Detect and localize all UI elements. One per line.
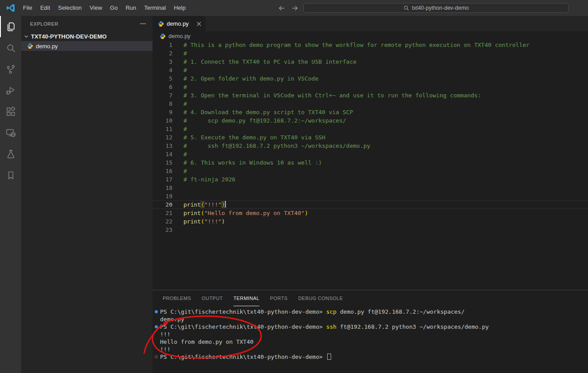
code-line[interactable]: 19 (153, 192, 588, 200)
terminal-output[interactable]: PS C:\git\fischertechnik\txt40-python-de… (153, 306, 588, 361)
token-c: # ssh ft@192.168.7.2 python3 ~/workspace… (183, 142, 370, 149)
code-line[interactable]: 22print("!!!") (153, 217, 588, 226)
menu-run[interactable]: Run (122, 0, 140, 16)
panel-tab-output[interactable]: OUTPUT (202, 290, 223, 306)
panel-tab-debug-console[interactable]: DEBUG CONSOLE (298, 290, 343, 306)
activity-bar-item-explorer[interactable] (0, 16, 21, 37)
back-button[interactable] (278, 4, 285, 12)
panel-tab-bar: PROBLEMSOUTPUTTERMINALPORTSDEBUG CONSOLE (153, 290, 588, 306)
line-number: 18 (153, 184, 172, 192)
more-actions-icon[interactable] (140, 20, 146, 27)
code-line[interactable]: 21print("Hello from demo.py on TXT40") (153, 209, 588, 217)
panel-tab-problems[interactable]: PROBLEMS (163, 290, 191, 306)
code-line[interactable]: 20print("!!!") (153, 200, 588, 209)
code-line[interactable]: 3# 1. Connect the TXT40 to PC via the US… (153, 58, 588, 66)
terminal-plain-text: PS C:\git\fischertechnik\txt40-python-de… (160, 354, 326, 360)
code-line[interactable]: 1# This is a python demo program to show… (153, 41, 588, 49)
activity-bar-item-extensions[interactable] (0, 101, 21, 122)
activity-bar-item-remote-explorer[interactable] (0, 122, 21, 143)
vscode-window: { "title_bar": { "menus": ["File", "Edit… (0, 0, 588, 373)
menu-go[interactable]: Go (106, 0, 122, 16)
token-c: # (183, 126, 187, 132)
token-b: ( (201, 218, 204, 225)
folder-item-root[interactable]: TXT40-PYTHON-DEV-DEMO (21, 31, 153, 41)
code-line[interactable]: 11# (153, 125, 588, 133)
code-text: # (183, 167, 187, 175)
menu-view[interactable]: View (86, 0, 106, 16)
token-c: # (183, 100, 187, 107)
python-icon (27, 43, 33, 49)
code-text: # 1. Connect the TXT40 to PC via the USB… (183, 58, 356, 66)
code-line[interactable]: 15# 6. This works in Windows 10 as well … (153, 158, 588, 167)
code-line[interactable]: 14# (153, 150, 588, 158)
code-line[interactable]: 16# (153, 167, 588, 175)
code-line[interactable]: 10# scp demo.py ft@192.168.7.2:~/workspa… (153, 116, 588, 125)
menu-help[interactable]: Help (170, 0, 190, 16)
terminal-plain-text: PS C:\git\fischertechnik\txt40-python-de… (160, 308, 326, 315)
panel-tab-ports[interactable]: PORTS (270, 290, 288, 306)
activity-bar-item-search[interactable] (0, 37, 21, 58)
activity-bar-item-testing[interactable] (0, 143, 21, 165)
editor-cursor (225, 201, 226, 208)
terminal-plain-text: PS C:\git\fischertechnik\txt40-python-de… (160, 323, 326, 330)
files-icon (5, 21, 16, 32)
activity-bar-item-source-control[interactable] (0, 58, 21, 80)
terminal-plain-text: !!! (160, 331, 170, 338)
search-value: txt40-python-dev-demo (412, 5, 469, 11)
code-line[interactable]: 9# 4. Download the demo.py script to TXT… (153, 108, 588, 116)
line-number: 7 (153, 91, 172, 100)
code-text: # (183, 83, 187, 91)
code-text: # 5. Execute the demo.py on TXT40 via SS… (183, 133, 325, 142)
code-line[interactable]: 17# ft-ninja 2026 (153, 175, 588, 184)
terminal-line: PS C:\git\fischertechnik\txt40-python-de… (153, 308, 588, 315)
activity-bar-item-bookmarks[interactable] (0, 165, 21, 186)
line-number: 17 (153, 175, 172, 184)
code-line[interactable]: 12# 5. Execute the demo.py on TXT40 via … (153, 133, 588, 142)
python-icon (160, 33, 166, 39)
code-line[interactable]: 4# (153, 66, 588, 74)
token-b: ) (221, 218, 225, 225)
line-number: 5 (153, 74, 172, 83)
line-number: 11 (153, 125, 172, 133)
terminal-plain-text: demo.py (160, 316, 184, 323)
command-center-search[interactable]: txt40-python-dev-demo (303, 3, 569, 13)
file-item-demo-py[interactable]: demo.py (21, 41, 153, 51)
token-c: # 3. Open the terminal in VSCode with Ct… (183, 92, 481, 99)
code-line[interactable]: 5# 2. Open folder with demo.py in VSCode (153, 74, 588, 83)
token-c: # 4. Download the demo.py script to TXT4… (183, 109, 353, 115)
breadcrumb[interactable]: demo.py (153, 31, 588, 41)
run-debug-icon (5, 85, 16, 96)
prompt-indicator-empty (153, 331, 160, 338)
line-number: 15 (153, 158, 172, 167)
tab-demo-py[interactable]: demo.py (153, 16, 206, 31)
menu-selection[interactable]: Selection (54, 0, 85, 16)
menu-edit[interactable]: Edit (36, 0, 54, 16)
activity-bar-item-run-debug[interactable] (0, 80, 21, 101)
code-line[interactable]: 7# 3. Open the terminal in VSCode with C… (153, 91, 588, 100)
prompt-indicator-empty (153, 338, 160, 346)
line-number: 13 (153, 142, 172, 150)
file-list: demo.py (21, 41, 153, 51)
code-line[interactable]: 8# (153, 100, 588, 108)
code-line[interactable]: 13# ssh ft@192.168.7.2 python3 ~/workspa… (153, 142, 588, 150)
panel-tab-terminal[interactable]: TERMINAL (233, 290, 260, 306)
code-line[interactable]: 23 (153, 226, 588, 234)
terminal-text: demo.py (160, 315, 184, 323)
forward-button[interactable] (291, 4, 299, 12)
terminal-plain-text: demo.py ft@192.168.7.2:~/workspaces/ (336, 308, 465, 315)
python-icon (158, 21, 164, 27)
code-line[interactable]: 6# (153, 83, 588, 91)
editor-code[interactable]: 1# This is a python demo program to show… (153, 41, 588, 290)
token-c: # ft-ninja 2026 (183, 176, 235, 183)
menu-terminal[interactable]: Terminal (140, 0, 170, 16)
terminal-command: ssh (326, 323, 336, 330)
nav-arrows (278, 0, 299, 16)
token-c: # (183, 168, 187, 174)
code-line[interactable]: 18 (153, 184, 588, 192)
code-line[interactable]: 2# (153, 49, 588, 58)
menu-file[interactable]: File (19, 0, 36, 16)
tab-bar: demo.py (153, 16, 588, 31)
close-icon[interactable] (196, 21, 202, 27)
code-text: # (183, 49, 187, 58)
token-bm: ( (201, 201, 204, 208)
